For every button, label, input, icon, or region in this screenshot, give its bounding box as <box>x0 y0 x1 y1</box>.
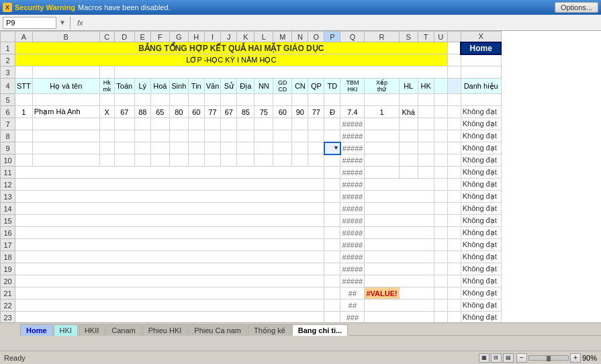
cell-n7 <box>292 118 308 130</box>
gap-cell-r3 <box>447 66 461 79</box>
row-7: 7 ##### Không đạt <box>1 118 502 130</box>
cell-u16 <box>434 227 447 239</box>
cell-q14: ##### <box>340 203 365 215</box>
cell-e7 <box>134 118 150 130</box>
header-su: Sử <box>221 79 237 94</box>
zoom-out-button[interactable]: − <box>516 353 527 363</box>
zoom-level: 90% <box>582 354 597 362</box>
cell-p11 <box>324 167 340 179</box>
cell-x23: Không đạt <box>461 312 501 323</box>
dropdown-arrow-icon[interactable]: ▼ <box>333 144 339 151</box>
gap-cell-r1 <box>447 42 461 54</box>
cell-j8 <box>221 130 237 142</box>
cell-c10 <box>99 154 114 167</box>
cell-h5 <box>188 94 204 106</box>
dropdown-arrow-icon[interactable]: ▼ <box>59 19 66 26</box>
cell-a7 <box>15 118 33 130</box>
cell-q20: ##### <box>340 275 365 287</box>
cell-f7 <box>150 118 169 130</box>
gap-cell-r14 <box>447 203 461 215</box>
row-header-11: 11 <box>1 167 15 179</box>
zoom-in-button[interactable]: + <box>570 353 581 363</box>
cell-q12: ##### <box>340 179 365 191</box>
row-14: 14 ##### Không đạt <box>1 203 502 215</box>
home-button[interactable]: Home <box>461 42 501 54</box>
cell-l7 <box>255 118 273 130</box>
header-tin: Tin <box>188 79 204 94</box>
page-layout-icon[interactable]: ⊟ <box>491 353 502 363</box>
sheet-tab-thongke[interactable]: Thống kê <box>248 324 291 336</box>
col-header-R: R <box>365 32 399 42</box>
cell-q7-hash: ##### <box>340 118 365 130</box>
cell-h10 <box>188 154 204 167</box>
normal-view-icon[interactable]: ▦ <box>479 353 490 363</box>
cell-e6-ly: 88 <box>134 106 150 118</box>
cell-p21 <box>324 287 340 300</box>
cell-i8 <box>204 130 221 142</box>
cell-h7 <box>188 118 204 130</box>
cell-i9 <box>204 142 221 154</box>
cell-q16: ##### <box>340 227 365 239</box>
statusbar: Ready ▦ ⊟ ▤ − + 90% <box>0 351 601 364</box>
header-cn: CN <box>292 79 308 94</box>
col-header-S: S <box>399 32 418 42</box>
cells-r-t-15 <box>365 215 434 227</box>
row-5: 5 <box>1 94 502 106</box>
cell-p9-selected[interactable]: ▼ <box>324 142 340 154</box>
spreadsheet: A B C D E F G H I J K L M N O P Q <box>0 31 601 322</box>
sheet-tab-hki[interactable]: HKI <box>54 324 78 336</box>
row-header-6: 6 <box>1 106 15 118</box>
cells-r-t-20 <box>365 275 434 287</box>
col-header-M: M <box>273 32 292 42</box>
cell-s7 <box>399 118 418 130</box>
cell-u8 <box>434 130 447 142</box>
row-header-5: 5 <box>1 94 15 106</box>
formula-input[interactable] <box>88 19 598 27</box>
cell-p6-td: Đ <box>324 106 340 118</box>
cell-a3 <box>15 66 33 79</box>
cell-k8 <box>237 130 255 142</box>
col-header-J: J <box>221 32 237 42</box>
sheet-tab-phieuhki[interactable]: Phieu HKI <box>142 324 188 336</box>
col-header-P: P <box>324 32 340 42</box>
zoom-slider[interactable] <box>528 355 569 361</box>
row-1: 1 BẢNG TỔNG HỢP KẾT QUẢ HAI MẶT GIÁO DỤC… <box>1 42 502 54</box>
name-box[interactable] <box>3 17 56 29</box>
cell-j10 <box>221 154 237 167</box>
sheet-tab-home[interactable]: Home <box>20 324 53 336</box>
row-header-7: 7 <box>1 118 15 130</box>
page-break-icon[interactable]: ▤ <box>503 353 514 363</box>
header-sinh: Sinh <box>169 79 188 94</box>
cell-r9 <box>365 142 399 154</box>
sheet-tab-hkii[interactable]: HKII <box>79 324 105 336</box>
cell-q17: ##### <box>340 239 365 251</box>
row-header-19: 19 <box>1 263 15 275</box>
row-header-18: 18 <box>1 251 15 263</box>
sheet-tab-canam[interactable]: Canam <box>105 324 141 336</box>
spreadsheet-container[interactable]: A B C D E F G H I J K L M N O P Q <box>0 31 601 322</box>
cell-x18: Không đạt <box>461 251 501 263</box>
row-header-2: 2 <box>1 54 15 66</box>
sheet-tab-bangchiti[interactable]: Bang chi ti... <box>292 324 348 336</box>
row-18: 18 ##### Không đạt <box>1 251 502 263</box>
zoom-slider-thumb[interactable] <box>547 356 551 361</box>
cell-p20 <box>324 275 340 287</box>
cell-t6-hk <box>418 106 434 118</box>
cell-s10 <box>399 154 418 167</box>
cell-u23 <box>434 312 447 323</box>
header-hk: Hkmk <box>99 79 114 94</box>
cell-h9 <box>188 142 204 154</box>
cell-d9 <box>114 142 134 154</box>
gap-cell-r8 <box>447 130 461 142</box>
options-button[interactable]: Options... <box>555 2 598 13</box>
column-letter-header: A B C D E F G H I J K L M N O P Q <box>1 32 502 42</box>
cell-q15: ##### <box>340 215 365 227</box>
gap-cell-r12 <box>447 179 461 191</box>
cells-23 <box>15 312 324 323</box>
cell-x8: Không đạt <box>461 130 501 142</box>
col-header-E: E <box>134 32 150 42</box>
col-header-N: N <box>292 32 308 42</box>
row-header-12: 12 <box>1 179 15 191</box>
sheet-tab-phieucanam[interactable]: Phieu Ca nam <box>188 324 247 336</box>
cell-b5 <box>32 94 99 106</box>
